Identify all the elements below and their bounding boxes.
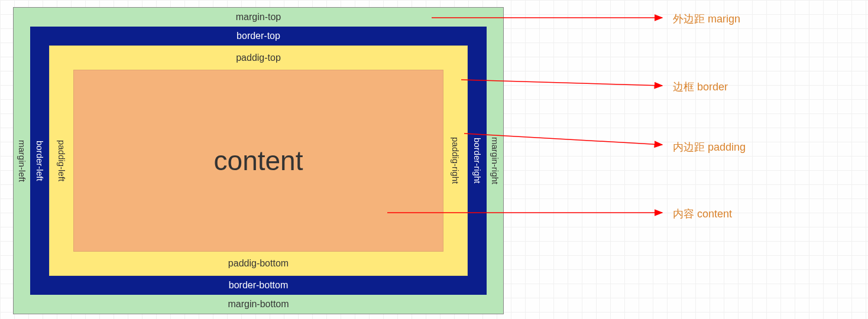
border-top-label: border-top [30, 27, 487, 45]
box-model-diagram: margin-top margin-left border-top border… [13, 7, 504, 314]
padding-top-label: paddig-top [50, 46, 467, 70]
border-right-label: border-right [468, 45, 487, 276]
border-left-label: border-left [30, 45, 49, 276]
annotation-margin: 外边距 marign [673, 12, 740, 26]
annotation-padding: 内边距 padding [673, 140, 746, 154]
margin-left-label: margin-left [14, 27, 30, 295]
border-bottom-label: border-bottom [30, 276, 487, 295]
annotation-content: 内容 content [673, 207, 732, 221]
margin-layer: margin-top margin-left border-top border… [14, 8, 503, 314]
margin-right-label: margin-right [487, 27, 503, 295]
padding-layer: paddig-top paddig-left content paddig-ri… [49, 45, 468, 276]
annotation-border: 边框 border [673, 80, 728, 94]
padding-bottom-label: paddig-bottom [50, 252, 467, 275]
content-layer: content [73, 70, 443, 252]
border-layer: border-top border-left paddig-top paddig… [30, 27, 487, 295]
margin-bottom-label: margin-bottom [14, 295, 503, 314]
padding-left-label: paddig-left [50, 70, 73, 252]
padding-right-label: paddig-right [443, 70, 467, 252]
margin-top-label: margin-top [14, 8, 503, 27]
